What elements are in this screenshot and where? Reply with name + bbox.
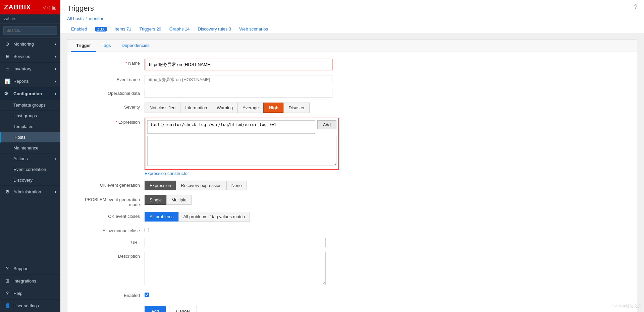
- tab-trigger[interactable]: Trigger: [71, 40, 96, 52]
- ok-event-none-btn[interactable]: None: [226, 181, 247, 190]
- operational-data-input[interactable]: [145, 89, 332, 98]
- sidebar-item-reports[interactable]: 📊 Reports ▾: [0, 75, 60, 87]
- severity-warning[interactable]: Warning: [212, 103, 238, 113]
- problem-single-btn[interactable]: Single: [145, 195, 167, 205]
- expression-large-area[interactable]: [147, 136, 336, 166]
- name-input[interactable]: [146, 60, 331, 69]
- expression-control: last(/monitor/check_log[/var/log/httpd/e…: [145, 118, 339, 176]
- severity-disaster[interactable]: Disaster: [283, 103, 310, 113]
- sidebar-item-configuration[interactable]: ⚙ Configuration ▾: [0, 87, 60, 100]
- ok-event-expression-btn[interactable]: Expression: [145, 181, 176, 190]
- problem-multiple-btn[interactable]: Multiple: [166, 195, 192, 205]
- severity-buttons: Not classified Information Warning Avera…: [145, 103, 326, 113]
- severity-high[interactable]: High: [263, 103, 284, 113]
- operational-data-label: Operational data: [77, 89, 145, 96]
- name-control: [145, 59, 332, 70]
- sidebar-item-inventory[interactable]: ☰ Inventory ▾: [0, 63, 60, 75]
- tab-discovery-rules[interactable]: Discovery rules 3: [194, 24, 235, 34]
- sidebar-item-template-groups[interactable]: Template groups: [0, 100, 60, 111]
- problem-event-mode-row: PROBLEM event generation mode Single Mul…: [77, 195, 627, 207]
- zbx-badge: ZBX: [95, 27, 107, 32]
- tab-graphs[interactable]: Graphs 14: [165, 24, 194, 34]
- ok-event-closes-control: All problems All problems if tag values …: [145, 212, 326, 222]
- page-header: Triggers All hosts / monitor Enabled ZBX…: [60, 0, 644, 34]
- url-input[interactable]: [145, 238, 326, 247]
- enabled-checkbox[interactable]: [145, 293, 149, 297]
- expression-constructor-link[interactable]: Expression constructor: [145, 171, 189, 176]
- allow-manual-close-checkbox-wrapper: [145, 226, 326, 232]
- severity-average[interactable]: Average: [237, 103, 264, 113]
- main-content: Triggers All hosts / monitor Enabled ZBX…: [60, 0, 644, 312]
- breadcrumb-all-hosts[interactable]: All hosts: [67, 16, 84, 21]
- name-row: Name: [77, 59, 627, 70]
- inventory-icon: ☰: [4, 66, 11, 71]
- sidebar-item-host-groups[interactable]: Host groups: [0, 111, 60, 121]
- sidebar-item-services[interactable]: ⊕ Services ▾: [0, 50, 60, 63]
- administration-icon: ⚙: [4, 189, 11, 194]
- tab-enabled[interactable]: Enabled: [67, 24, 91, 34]
- severity-information[interactable]: Information: [180, 103, 212, 113]
- tab-zbx[interactable]: ZBX: [91, 24, 111, 34]
- sidebar-item-monitoring[interactable]: ⊙ Monitoring ▾: [0, 38, 60, 50]
- tab-dependencies[interactable]: Dependencies: [116, 40, 155, 52]
- page-title: Triggers: [67, 4, 637, 13]
- sidebar-item-label: Help: [13, 291, 22, 296]
- breadcrumb: All hosts / monitor: [67, 16, 637, 21]
- enabled-checkbox-wrapper: [145, 291, 326, 297]
- breadcrumb-monitor[interactable]: monitor: [89, 16, 103, 21]
- sidebar-item-templates[interactable]: Templates: [0, 121, 60, 132]
- sidebar-item-actions[interactable]: Actions›: [0, 153, 60, 164]
- expression-add-button[interactable]: Add: [317, 120, 336, 129]
- chevron-down-icon: ▾: [55, 67, 56, 71]
- sidebar-item-user-settings[interactable]: 👤 User settings: [0, 300, 60, 312]
- sidebar-item-label: Monitoring: [13, 42, 34, 47]
- ok-event-gen-label: OK event generation: [77, 181, 145, 188]
- ok-event-tag-match-btn[interactable]: All problems if tag values match: [178, 212, 250, 222]
- event-name-input[interactable]: [145, 75, 332, 84]
- ok-event-closes-row: OK event closes All problems All problem…: [77, 212, 627, 222]
- allow-manual-close-control: [145, 226, 326, 232]
- sidebar-item-discovery[interactable]: Discovery: [0, 175, 60, 186]
- sidebar-item-integrations[interactable]: ⊞ Integrations: [0, 275, 60, 287]
- sidebar-item-administration[interactable]: ⚙ Administration ▾: [0, 186, 60, 198]
- sidebar-user: zabbix: [0, 14, 60, 23]
- description-control: [145, 252, 326, 286]
- ok-event-all-problems-btn[interactable]: All problems: [145, 212, 179, 222]
- sidebar-item-help[interactable]: ? Help: [0, 287, 60, 300]
- tab-items[interactable]: Items 71: [111, 24, 136, 34]
- allow-manual-close-checkbox[interactable]: [145, 228, 149, 232]
- tab-tags[interactable]: Tags: [96, 40, 116, 52]
- sidebar-search-input[interactable]: [3, 26, 57, 35]
- form-add-button[interactable]: Add: [145, 306, 166, 312]
- ok-event-closes-buttons: All problems All problems if tag values …: [145, 212, 326, 222]
- chevron-down-icon: ▾: [55, 79, 56, 83]
- severity-not-classified[interactable]: Not classified: [145, 103, 180, 113]
- collapse-icon[interactable]: ◁◁: [43, 5, 50, 10]
- sidebar-item-hosts[interactable]: Hosts: [0, 132, 60, 143]
- user-icon: 👤: [4, 303, 11, 308]
- content-area: ? Trigger Tags Dependencies Name: [60, 34, 644, 312]
- sidebar-item-support[interactable]: ? Support: [0, 262, 60, 275]
- form-actions: Add Cancel: [77, 303, 627, 312]
- ok-event-recovery-btn[interactable]: Recovery expression: [176, 181, 226, 190]
- description-label: Description: [77, 252, 145, 259]
- url-row: URL: [77, 238, 627, 247]
- tab-web-scenarios[interactable]: Web scenarios: [235, 24, 272, 34]
- window-icon[interactable]: ▣: [52, 5, 56, 10]
- form-tabs: Trigger Tags Dependencies: [67, 40, 637, 52]
- sidebar-item-event-correlation[interactable]: Event correlation: [0, 164, 60, 175]
- form-cancel-button[interactable]: Cancel: [169, 306, 197, 312]
- expression-row-inner: last(/monitor/check_log[/var/log/httpd/e…: [147, 120, 336, 134]
- trigger-form-container: Trigger Tags Dependencies Name Event nam: [67, 39, 637, 312]
- expression-textarea[interactable]: last(/monitor/check_log[/var/log/httpd/e…: [147, 120, 315, 134]
- severity-control: Not classified Information Warning Avera…: [145, 103, 326, 113]
- services-icon: ⊕: [4, 54, 11, 59]
- sidebar-item-label: Configuration: [13, 91, 42, 96]
- sidebar-item-label: Support: [13, 266, 29, 271]
- expression-label: Expression: [77, 118, 145, 125]
- sidebar-item-maintenance[interactable]: Maintenance: [0, 143, 60, 153]
- logo-icons: ◁◁ ▣: [43, 5, 56, 10]
- enabled-label: Enabled: [77, 291, 145, 298]
- description-textarea[interactable]: [145, 252, 326, 285]
- tab-triggers[interactable]: Triggers 29: [136, 24, 165, 34]
